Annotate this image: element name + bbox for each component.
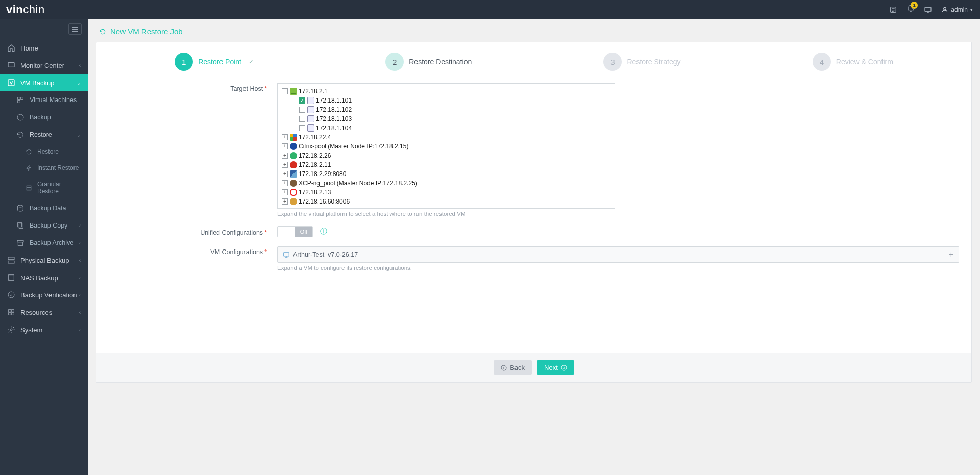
svg-rect-6 [21, 97, 23, 100]
sidebar-item-granular-restore[interactable]: Granular Restore [0, 176, 88, 199]
tree-expand-button[interactable]: + [282, 189, 288, 195]
header-right: 1 admin ▾ [889, 5, 973, 14]
sidebar-item-label: Virtual Machines [30, 96, 77, 104]
sidebar-item-instant-restore[interactable]: Instant Restore [0, 160, 88, 176]
info-icon[interactable]: ⓘ [320, 227, 327, 235]
host-checkbox[interactable] [299, 125, 305, 131]
tree-label[interactable]: 172.18.1.101 [316, 97, 352, 104]
host-checkbox[interactable]: ✓ [299, 97, 305, 104]
tree-label[interactable]: 172.18.22.4 [299, 134, 331, 141]
sidebar-item-restore-group[interactable]: Restore⌄ [0, 126, 88, 143]
host-checkbox[interactable] [299, 116, 305, 122]
tree-label[interactable]: 172.18.2.13 [299, 189, 331, 196]
tree-label[interactable]: 172.18.2.29:8080 [299, 170, 346, 178]
sidebar-item-physical-backup[interactable]: Physical Backup‹ [0, 252, 88, 269]
vm-config-icon [283, 251, 290, 258]
svg-point-18 [10, 279, 10, 280]
tree-platform-row[interactable]: +172.18.2.13 [282, 188, 610, 197]
tree-label[interactable]: Citrix-pool (Master Node IP:172.18.2.15) [299, 143, 408, 150]
logo-part2: chin [23, 3, 44, 16]
tree-platform-row[interactable]: +172.18.2.11 [282, 160, 610, 169]
resources-icon [7, 308, 15, 316]
verify-icon [7, 291, 15, 299]
tree-label[interactable]: 172.18.2.26 [299, 152, 331, 159]
tree-label[interactable]: 172.18.1.104 [316, 124, 352, 132]
row-unified-config: Unified Configurations* Off ⓘ [109, 226, 959, 237]
sidebar-item-backup-copy[interactable]: Backup Copy‹ [0, 217, 88, 234]
tree-label[interactable]: 172.18.2.11 [299, 161, 331, 168]
step-2[interactable]: 2Restore Destination [385, 53, 472, 71]
sidebar-item-virtual-machines[interactable]: Virtual Machines [0, 91, 88, 109]
tree-platform-row[interactable]: +Citrix-pool (Master Node IP:172.18.2.15… [282, 142, 610, 151]
tasks-icon[interactable] [889, 6, 897, 14]
granular-icon [26, 185, 32, 191]
user-menu[interactable]: admin ▾ [941, 6, 973, 13]
notifications-button[interactable]: 1 [906, 5, 915, 14]
tree-expand-button[interactable]: + [282, 153, 288, 159]
row-vm-config: VM Configurations* Arthur-Test_v7.0-26.1… [109, 246, 959, 271]
sidebar-item-backup-archive[interactable]: Backup Archive‹ [0, 234, 88, 252]
tree-label[interactable]: XCP-ng_pool (Master Node IP:172.18.2.25) [299, 180, 418, 187]
next-button[interactable]: Next [537, 360, 574, 375]
unified-config-toggle[interactable]: Off [277, 226, 313, 237]
tree-collapse-button[interactable]: − [282, 88, 288, 94]
check-icon: ✓ [249, 58, 254, 65]
sidebar-item-backup-verification[interactable]: Backup Verification‹ [0, 286, 88, 304]
tree-platform-row[interactable]: +172.18.22.4 [282, 133, 610, 142]
monitor-icon [7, 61, 15, 69]
sidebar-item-label: System [20, 326, 42, 334]
sidebar-toggle-button[interactable] [68, 23, 82, 35]
step-3[interactable]: 3Restore Strategy [603, 53, 680, 71]
expand-vm-config-button[interactable]: + [949, 250, 953, 259]
tree-expand-button[interactable]: + [282, 143, 288, 149]
tree-label[interactable]: 172.18.1.103 [316, 115, 352, 122]
tree-expand-button[interactable]: + [282, 198, 288, 205]
sidebar-item-backup[interactable]: Backup [0, 109, 88, 126]
step-4[interactable]: 4Review & Confirm [813, 53, 893, 71]
host-checkbox[interactable] [299, 107, 305, 113]
display-icon[interactable] [924, 6, 932, 14]
svg-point-24 [10, 329, 12, 331]
target-host-tree[interactable]: −172.18.2.1 ✓172.18.1.101 172.18.1.102 1… [277, 83, 615, 209]
chevron-down-icon: ⌄ [77, 132, 81, 138]
hint-vm-config: Expand a VM to configure its restore con… [277, 265, 959, 271]
tree-expand-button[interactable]: + [282, 162, 288, 168]
tree-label[interactable]: 172.18.16.60:8006 [299, 198, 350, 205]
vm-config-item[interactable]: Arthur-Test_v7.0-26.17 + [277, 246, 959, 263]
backup-icon [16, 113, 24, 121]
sidebar: Home Monitor Center‹ VM Backup⌄ Virtual … [0, 19, 88, 475]
restore-icon [16, 131, 24, 139]
tree-expand-button[interactable]: + [282, 134, 288, 140]
sidebar-item-restore[interactable]: Restore [0, 143, 88, 160]
sidebar-item-system[interactable]: System‹ [0, 321, 88, 338]
tree-expand-button[interactable]: + [282, 180, 288, 186]
svg-rect-14 [18, 242, 22, 246]
home-icon [7, 44, 15, 52]
sidebar-item-resources[interactable]: Resources‹ [0, 304, 88, 321]
tree-platform-row[interactable]: +XCP-ng_pool (Master Node IP:172.18.2.25… [282, 179, 610, 188]
sidebar-collapse-row [0, 19, 88, 39]
sidebar-item-backup-data[interactable]: Backup Data [0, 199, 88, 217]
sidebar-item-label: Backup Data [30, 205, 66, 212]
chevron-left-icon: ‹ [79, 63, 81, 68]
sidebar-item-vmbackup[interactable]: VM Backup⌄ [0, 74, 88, 91]
back-button[interactable]: Back [494, 360, 532, 375]
tree-label[interactable]: 172.18.2.1 [299, 88, 328, 95]
step-label: Review & Confirm [836, 58, 893, 66]
tree-platform-row[interactable]: +172.18.2.29:8080 [282, 169, 610, 179]
platform-icon [290, 198, 297, 205]
svg-rect-12 [18, 223, 22, 227]
tree-platform-row[interactable]: +172.18.16.60:8006 [282, 197, 610, 206]
vmware-icon [290, 88, 297, 95]
step-label: Restore Point [198, 58, 241, 66]
row-target-host: Target Host* −172.18.2.1 ✓172.18.1.101 1… [109, 83, 959, 217]
sidebar-item-home[interactable]: Home [0, 39, 88, 57]
tree-label[interactable]: 172.18.1.102 [316, 106, 352, 113]
tree-platform-row[interactable]: +172.18.2.26 [282, 151, 610, 160]
restore-sub-icon [26, 148, 32, 155]
tree-expand-button[interactable]: + [282, 171, 288, 177]
step-1[interactable]: 1Restore Point✓ [175, 53, 254, 71]
sidebar-item-label: Physical Backup [20, 257, 69, 264]
sidebar-item-monitor[interactable]: Monitor Center‹ [0, 57, 88, 74]
sidebar-item-nas-backup[interactable]: NAS Backup‹ [0, 269, 88, 286]
